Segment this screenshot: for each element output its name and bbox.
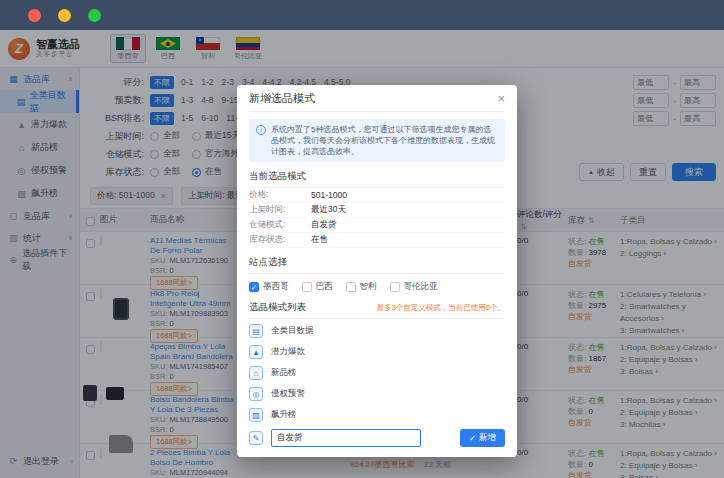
flame-icon: ▲ [249, 345, 263, 359]
chart-icon: ▨ [249, 408, 263, 422]
all-category-icon: ▤ [249, 324, 263, 338]
add-mode-button[interactable]: ✓ 新增 [460, 429, 505, 447]
site-checkbox-mexico[interactable]: ✓墨西哥 [249, 281, 289, 293]
mode-list-item[interactable]: ▨ 飙升榜 [249, 406, 505, 424]
current-listed-time-value: 最近30天 [311, 204, 346, 216]
mode-list-section-title: 选品模式列表 [249, 301, 306, 314]
checkbox-icon [346, 282, 356, 292]
current-price-value: 501-1000 [311, 190, 347, 200]
site-checkbox-colombia[interactable]: 哥伦比亚 [390, 281, 438, 293]
current-mode-row: 价格: 501-1000 [249, 188, 505, 203]
check-icon: ✓ [469, 433, 476, 443]
window-titlebar [0, 0, 724, 30]
add-selection-mode-dialog: 新增选品模式 × i 系统内置了5种选品模式，您可通过以下筛选项生成您专属的选品… [237, 85, 517, 457]
warning-icon: ◎ [249, 387, 263, 401]
close-dialog-icon[interactable]: × [497, 92, 505, 105]
current-warehouse-value: 自发货 [311, 219, 337, 231]
site-select-section-title: 站点选择 [249, 256, 505, 274]
maximize-window-button[interactable] [88, 9, 101, 22]
current-mode-row: 仓储模式: 自发货 [249, 218, 505, 233]
new-mode-name-input[interactable] [271, 429, 421, 447]
app-window: Z 智赢选品 美客多平台 墨西哥 巴西 智利 哥伦比亚 [0, 0, 724, 478]
custom-mode-icon: ✎ [249, 431, 263, 445]
mode-list-item[interactable]: ▲ 潜力爆款 [249, 343, 505, 361]
current-mode-row: 库存状态: 在售 [249, 233, 505, 248]
current-stock-value: 在售 [311, 234, 328, 246]
site-checkbox-chile[interactable]: 智利 [346, 281, 377, 293]
site-checkbox-brazil[interactable]: 巴西 [302, 281, 333, 293]
site-checkbox-group: ✓墨西哥 巴西 智利 哥伦比亚 [249, 281, 505, 293]
current-mode-row: 上架时间: 最近30天 [249, 203, 505, 218]
info-text: 系统内置了5种选品模式，您可通过以下筛选项生成您专属的选品模式，我们每天会分析该… [271, 124, 498, 157]
close-window-button[interactable] [28, 9, 41, 22]
info-icon: i [256, 125, 266, 135]
mode-list-item[interactable]: ⌂ 新品榜 [249, 364, 505, 382]
minimize-window-button[interactable] [58, 9, 71, 22]
current-mode-section-title: 当前选品模式 [249, 170, 505, 188]
dialog-title: 新增选品模式 [249, 91, 315, 106]
info-banner: i 系统内置了5种选品模式，您可通过以下筛选项生成您专属的选品模式，我们每天会分… [249, 119, 505, 162]
mode-list-item[interactable]: ▤ 全类目数据 [249, 322, 505, 340]
checkbox-icon [302, 282, 312, 292]
checked-checkbox-icon: ✓ [249, 282, 259, 292]
house-icon: ⌂ [249, 366, 263, 380]
mode-list-item[interactable]: ◎ 侵权预警 [249, 385, 505, 403]
custom-mode-limit-note: 最多3个自定义模式，当前已使用0个。 [377, 303, 505, 313]
checkbox-icon [390, 282, 400, 292]
